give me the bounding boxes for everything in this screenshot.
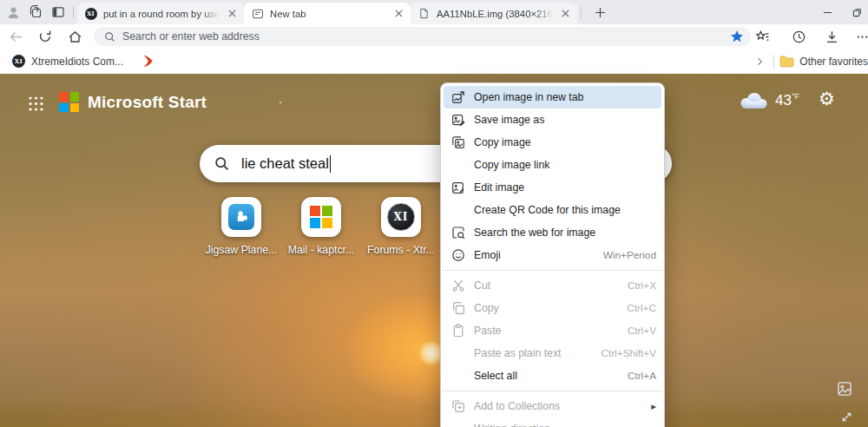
tab-image[interactable]: AA11NbLE.img (3840×2160): [411, 3, 577, 24]
menu-item-open-image-in-new-tab[interactable]: Open image in new tab: [444, 86, 661, 108]
menu-separator: [442, 270, 663, 271]
menu-item-save-image-as[interactable]: Save image as: [444, 108, 661, 131]
restore-button[interactable]: [845, 0, 868, 24]
search-query: lie cheat steal: [241, 155, 329, 172]
address-bar[interactable]: Search or enter web address: [94, 27, 751, 46]
tab-title: New tab: [270, 9, 386, 19]
red-arrow-icon: [142, 55, 154, 68]
bookmark-xtremeidiots[interactable]: XI XtremeIdiots Com...: [7, 52, 128, 71]
folder-icon: [779, 55, 794, 68]
copy-icon: [451, 301, 465, 315]
save-image-icon: [451, 113, 465, 127]
menu-item-paste-as-plain-text: Paste as plain text Ctrl+Shift+V: [444, 342, 661, 365]
star-dot: [279, 102, 281, 103]
menu-item-copy-image-link[interactable]: Copy image link: [444, 154, 661, 176]
search-icon: [214, 156, 229, 171]
text-caret: [330, 155, 332, 173]
page-title: Microsoft Start: [88, 93, 207, 112]
edit-image-icon: [451, 181, 465, 194]
settings-gear-icon[interactable]: ⚙: [819, 89, 835, 108]
downloads-icon[interactable]: [821, 27, 842, 46]
expand-fullscreen-icon[interactable]: [840, 411, 853, 424]
add-to-collections-icon: [451, 399, 465, 413]
workspaces-icon[interactable]: [24, 3, 47, 22]
quick-link-forums[interactable]: XI Forums - Xtr...: [361, 197, 441, 256]
menu-item-writing-direction: Writing direction ▶: [444, 417, 661, 427]
new-tab-page: Microsoft Start 43°F ⚙ lie cheat steal J…: [0, 74, 868, 427]
favorites-bar-right: Other favorites: [751, 49, 868, 74]
search-web-image-icon: [451, 226, 465, 240]
menu-item-edit-image[interactable]: Edit image: [444, 176, 661, 199]
menu-item-search-web-for-image[interactable]: Search the web for image: [444, 221, 661, 244]
open-image-new-tab-icon: [451, 90, 465, 104]
submenu-arrow-icon: ▶: [646, 403, 656, 411]
forums-tile-icon[interactable]: XI: [381, 197, 421, 237]
search-icon: [104, 31, 115, 43]
copy-image-icon: [451, 135, 465, 149]
close-tab-icon[interactable]: [558, 7, 572, 21]
menu-item-paste: Paste Ctrl+V: [444, 319, 661, 342]
cloud-icon: [739, 90, 770, 111]
tab-xtremeidiots-thread[interactable]: XI put in a round room by user - Jo: [77, 3, 244, 24]
favorites-hub-icon[interactable]: [752, 27, 773, 46]
home-icon[interactable]: [64, 27, 85, 46]
tab-strip: XI put in a round room by user - Jo New …: [0, 0, 868, 24]
history-icon[interactable]: [788, 27, 809, 46]
address-placeholder: Search or enter web address: [122, 30, 730, 43]
temperature: 43°F: [775, 92, 799, 109]
waffle-menu-icon[interactable]: [27, 95, 44, 112]
menu-item-select-all[interactable]: Select all Ctrl+A: [444, 365, 661, 387]
window-controls: [809, 0, 868, 24]
new-tab-button[interactable]: [589, 3, 611, 22]
brand[interactable]: Microsoft Start: [59, 92, 207, 112]
favorite-star-icon[interactable]: [730, 30, 744, 43]
menu-separator: [442, 391, 663, 391]
background-image-icon[interactable]: [837, 381, 852, 397]
new-tab-page-icon: [251, 7, 264, 20]
other-favorites-folder[interactable]: Other favorites: [779, 55, 868, 68]
close-tab-icon[interactable]: [391, 7, 405, 21]
menu-item-copy: Copy Ctrl+C: [444, 297, 661, 319]
more-options-icon[interactable]: [852, 27, 868, 46]
xi-monogram-icon: XI: [84, 7, 97, 20]
menu-item-add-to-collections: Add to Collections ▶: [444, 395, 661, 417]
divider: [581, 6, 582, 18]
paste-icon: [451, 324, 465, 338]
emoji-icon: [451, 248, 465, 262]
divider: [73, 6, 74, 18]
tab-title: put in a round room by user - Jo: [103, 9, 220, 19]
overflow-chevron-icon[interactable]: [751, 53, 768, 70]
quick-link-mail[interactable]: Mail - kaptcr...: [281, 197, 361, 256]
weather-widget[interactable]: 43°F: [739, 90, 799, 111]
refresh-icon[interactable]: [35, 27, 56, 46]
profile-avatar[interactable]: [2, 3, 24, 22]
microsoft-logo-icon: [59, 92, 79, 112]
tab-actions-icon[interactable]: [47, 3, 69, 22]
mail-tile-icon[interactable]: [301, 197, 341, 237]
menu-item-copy-image[interactable]: Copy image: [444, 131, 661, 154]
menu-item-emoji[interactable]: Emoji Win+Period: [444, 244, 661, 266]
quick-links: Jigsaw Plane... Mail - kaptcr... XI Foru…: [201, 197, 441, 256]
jigsaw-tile-icon[interactable]: [221, 197, 261, 237]
minimize-button[interactable]: [809, 0, 845, 24]
tab-new-tab[interactable]: New tab: [244, 3, 411, 24]
menu-item-create-qr-code[interactable]: Create QR Code for this image: [444, 199, 661, 221]
image-context-menu: Open image in new tab Save image as Copy…: [440, 82, 665, 427]
xi-monogram-icon: XI: [12, 55, 25, 68]
bookmark-red-arrow[interactable]: [137, 52, 159, 71]
toolbar: Search or enter web address: [0, 24, 868, 49]
back-icon[interactable]: [5, 27, 26, 46]
close-tab-icon[interactable]: [225, 7, 239, 21]
cut-icon: [451, 279, 465, 292]
favorites-bar: XI XtremeIdiots Com... Other favorites: [0, 49, 868, 74]
quick-link-jigsaw[interactable]: Jigsaw Plane...: [201, 197, 281, 256]
document-icon: [418, 7, 431, 20]
menu-item-cut: Cut Ctrl+X: [444, 274, 661, 297]
tab-title: AA11NbLE.img (3840×2160): [437, 9, 553, 19]
